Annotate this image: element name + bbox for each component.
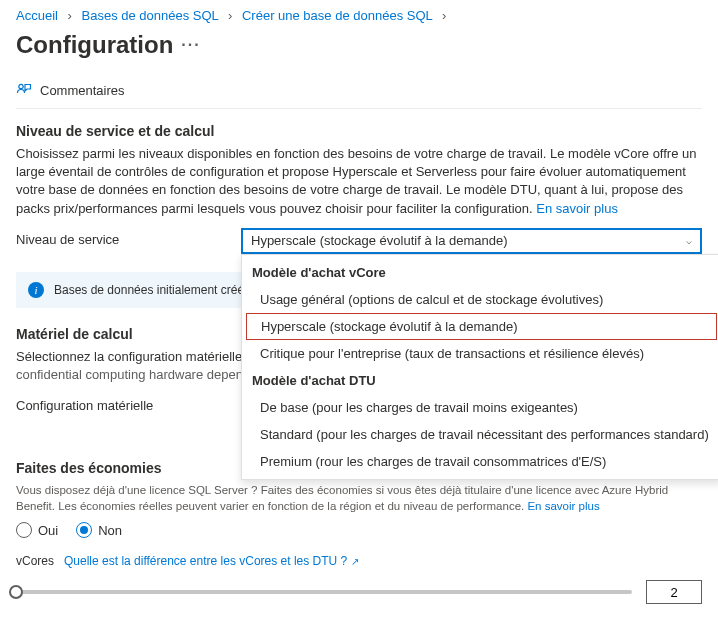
vcores-label: vCores bbox=[16, 554, 54, 568]
breadcrumb-item-home[interactable]: Accueil bbox=[16, 8, 58, 23]
radio-no[interactable]: Non bbox=[76, 522, 122, 538]
page-title: Configuration ··· bbox=[16, 31, 702, 59]
tier-description: Choisissez parmi les niveaux disponibles… bbox=[16, 145, 702, 218]
dropdown-opt-hyperscale[interactable]: Hyperscale (stockage évolutif à la deman… bbox=[246, 313, 717, 340]
dropdown-opt-basic[interactable]: De base (pour les charges de travail moi… bbox=[242, 394, 718, 421]
service-tier-select[interactable]: Hyperscale (stockage évolutif à la deman… bbox=[241, 228, 702, 254]
vcores-input[interactable] bbox=[646, 580, 702, 604]
radio-icon bbox=[16, 522, 32, 538]
dropdown-opt-standard[interactable]: Standard (pour les charges de travail né… bbox=[242, 421, 718, 448]
savings-description: Vous disposez déjà d'une licence SQL Ser… bbox=[16, 482, 702, 514]
vcores-slider[interactable] bbox=[16, 590, 632, 594]
chevron-right-icon: › bbox=[68, 8, 72, 23]
dropdown-group-vcore: Modèle d'achat vCore bbox=[242, 259, 718, 286]
tier-heading: Niveau de service et de calcul bbox=[16, 123, 702, 139]
dropdown-group-dtu: Modèle d'achat DTU bbox=[242, 367, 718, 394]
vcores-row: vCores Quelle est la différence entre le… bbox=[16, 554, 702, 568]
breadcrumb-item-sqldb[interactable]: Bases de données SQL bbox=[82, 8, 219, 23]
feedback-icon[interactable] bbox=[16, 81, 32, 100]
chevron-right-icon: › bbox=[442, 8, 446, 23]
vcores-help-link[interactable]: Quelle est la différence entre les vCore… bbox=[64, 554, 359, 568]
dropdown-opt-premium[interactable]: Premium (rour les charges de travail con… bbox=[242, 448, 718, 475]
service-tier-selected-value: Hyperscale (stockage évolutif à la deman… bbox=[251, 233, 508, 248]
service-tier-label: Niveau de service bbox=[16, 228, 241, 247]
hardware-config-label: Configuration matérielle bbox=[16, 394, 241, 413]
chevron-down-icon: ⌵ bbox=[686, 235, 692, 246]
dropdown-opt-general[interactable]: Usage général (options de calcul et de s… bbox=[242, 286, 718, 313]
chevron-right-icon: › bbox=[228, 8, 232, 23]
breadcrumb-item-createsql[interactable]: Créer une base de données SQL bbox=[242, 8, 432, 23]
feedback-button[interactable]: Commentaires bbox=[40, 83, 125, 98]
tier-learn-more-link[interactable]: En savoir plus bbox=[536, 201, 618, 216]
radio-yes[interactable]: Oui bbox=[16, 522, 58, 538]
savings-radio-group: Oui Non bbox=[16, 522, 702, 538]
svg-point-0 bbox=[19, 84, 23, 88]
dropdown-opt-business[interactable]: Critique pour l'entreprise (taux de tran… bbox=[242, 340, 718, 367]
external-link-icon: ↗ bbox=[351, 556, 359, 567]
slider-thumb[interactable] bbox=[9, 585, 23, 599]
breadcrumb: Accueil › Bases de données SQL › Créer u… bbox=[16, 0, 702, 27]
savings-learn-more-link[interactable]: En savoir plus bbox=[527, 500, 599, 512]
command-bar: Commentaires bbox=[16, 73, 702, 109]
info-icon: i bbox=[28, 282, 44, 298]
radio-icon bbox=[76, 522, 92, 538]
service-tier-dropdown: Modèle d'achat vCore Usage général (opti… bbox=[241, 254, 718, 480]
more-icon[interactable]: ··· bbox=[181, 36, 200, 54]
